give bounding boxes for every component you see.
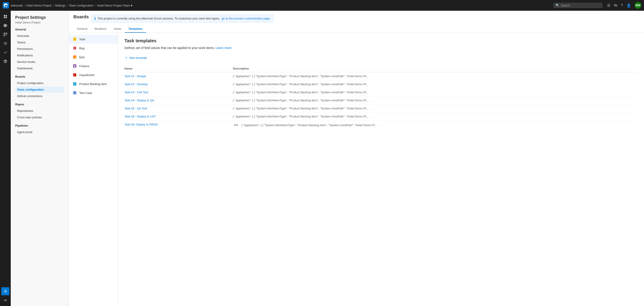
search-box[interactable]: 🔍 — [553, 3, 602, 8]
table-row: Task 04 - Deploy to QA{ "applywhen": [ {… — [124, 96, 638, 104]
wit-item-impediment[interactable]: 🚧 Impediment — [69, 70, 118, 80]
rail-collapse[interactable]: ≪ — [1, 296, 10, 304]
sidebar-section-boards: Boards — [15, 75, 69, 78]
rail-home[interactable] — [1, 12, 10, 20]
rail-repos[interactable] — [1, 30, 10, 38]
learn-more-link[interactable]: Learn more — [216, 46, 232, 50]
sidebar-project: Hotel Demo Project — [15, 21, 69, 24]
wit-label-impediment: Impediment — [79, 73, 94, 77]
wit-label-bug: Bug — [79, 46, 84, 50]
sidebar-item-team-configuration[interactable]: Team configuration — [15, 86, 64, 92]
breadcrumb: wilksmatt / Hotel Demo Project / Setting… — [11, 4, 132, 7]
sidebar-title: Project Settings — [15, 15, 69, 20]
template-desc-cell: { "applywhen": [ { "System.WorkItemType"… — [233, 72, 638, 80]
svg-rect-1 — [6, 15, 7, 16]
row-actions-button[interactable]: ••• — [233, 123, 240, 127]
feature-icon — [72, 64, 77, 68]
bug-icon — [72, 46, 77, 50]
breadcrumb-project[interactable]: Hotel Demo Project — [26, 4, 52, 7]
table-header-row: Name Description — [124, 65, 638, 72]
boards-title: Boards — [74, 14, 89, 20]
wit-item-pbi[interactable]: Product Backlog Item — [69, 80, 118, 88]
svg-point-10 — [4, 35, 5, 36]
wit-item-bug[interactable]: Bug — [69, 44, 118, 52]
breadcrumb-team-config[interactable]: Team configuration — [69, 4, 94, 7]
breadcrumb-wilksmatt[interactable]: wilksmatt — [11, 4, 22, 7]
template-name-cell[interactable]: Task 01 - Design — [124, 72, 233, 80]
sidebar-item-project-configuration[interactable]: Project configuration — [15, 80, 64, 86]
svg-rect-0 — [4, 15, 5, 16]
search-input[interactable] — [561, 4, 600, 7]
template-desc-cell: { "applywhen": [ { "System.WorkItemType"… — [233, 88, 638, 96]
template-name-cell[interactable]: Task 04 - Deploy to QA — [124, 96, 233, 104]
info-banner: ℹ This project is currently using the wi… — [92, 14, 274, 22]
help-icon[interactable]: ? — [621, 3, 623, 8]
rail-artifacts[interactable] — [1, 57, 10, 65]
sidebar-item-service-hooks[interactable]: Service hooks — [15, 59, 64, 65]
tab-general[interactable]: General — [74, 25, 91, 33]
svg-point-12 — [5, 290, 6, 292]
wit-item-testcase[interactable]: Test Case — [69, 88, 118, 97]
avatar[interactable]: MW — [634, 2, 641, 9]
tab-iterations[interactable]: Iterations — [91, 25, 110, 33]
col-header-name: Name — [124, 65, 233, 72]
template-name-cell[interactable]: Task 06 - Deploy to UAT — [124, 112, 233, 120]
list-icon[interactable]: ☰ — [607, 3, 610, 8]
rail-pipelines[interactable] — [1, 39, 10, 48]
info-banner-text: This project is currently using the wilk… — [98, 17, 220, 20]
svg-point-11 — [5, 43, 6, 44]
sidebar-item-overview[interactable]: Overview — [15, 33, 64, 39]
content-area: Boards ℹ This project is currently using… — [69, 11, 644, 306]
template-name-cell[interactable]: Task 08- Deploy to PROD — [124, 120, 233, 130]
wit-item-task[interactable]: Task — [69, 35, 118, 44]
project-settings-sidebar: Project Settings Hotel Demo Project Gene… — [11, 11, 69, 306]
new-template-button[interactable]: ＋ New template — [124, 54, 147, 62]
wit-label-pbi: Product Backlog Item — [79, 82, 107, 86]
template-desc-cell: { "applywhen": [ { "System.WorkItemType"… — [233, 104, 638, 112]
sidebar-item-cross-repo-policies[interactable]: Cross-repo policies — [15, 114, 64, 120]
sidebar-section-general: General — [15, 28, 69, 31]
boards-title-row: Boards ℹ This project is currently using… — [74, 14, 640, 22]
tab-templates[interactable]: Templates — [125, 25, 146, 33]
user-icon[interactable]: 👤 — [626, 3, 631, 8]
template-name-cell[interactable]: Task 02 - Develop — [124, 80, 233, 88]
svg-point-9 — [6, 33, 7, 34]
table-row: Task 06 - Deploy to UAT{ "applywhen": [ … — [124, 112, 638, 120]
wit-item-epic[interactable]: 👑 Epic — [69, 52, 118, 62]
svg-rect-3 — [6, 17, 7, 18]
testcase-icon — [72, 90, 77, 95]
shopping-bag-icon[interactable]: 🛍 — [614, 3, 617, 8]
table-row: Task 05 - QA Test{ "applywhen": [ { "Sys… — [124, 104, 638, 112]
wit-item-feature[interactable]: Feature — [69, 62, 118, 70]
info-banner-link[interactable]: go to the process customization page. — [222, 17, 271, 20]
breadcrumb-team-dropdown[interactable]: Hotel Demo Project Team ▾ — [97, 4, 133, 7]
rail-settings[interactable] — [1, 287, 10, 295]
rail-boards[interactable] — [1, 22, 10, 30]
nav-icons: ☰ 🛍 ? 👤 MW — [607, 2, 641, 9]
templates-title: Task templates — [124, 38, 638, 44]
work-item-type-list: Task Bug 👑 — [69, 33, 118, 306]
sidebar-item-agent-pools[interactable]: Agent pools — [15, 129, 64, 135]
rail-testplans[interactable] — [1, 48, 10, 56]
impediment-icon: 🚧 — [72, 73, 77, 77]
template-name-cell[interactable]: Task 05 - QA Test — [124, 104, 233, 112]
svg-text:👑: 👑 — [74, 56, 76, 58]
sidebar-item-permissions[interactable]: Permissions — [15, 46, 64, 52]
sidebar-item-repositories[interactable]: Repositories — [15, 108, 64, 114]
sidebar-item-github-connections[interactable]: GitHub connections — [15, 93, 64, 99]
info-icon: ℹ — [94, 16, 96, 20]
breadcrumb-settings[interactable]: Settings — [55, 4, 65, 7]
svg-rect-7 — [5, 24, 6, 27]
table-row: Task 02 - Develop{ "applywhen": [ { "Sys… — [124, 80, 638, 88]
sidebar-item-teams[interactable]: Teams — [15, 39, 64, 46]
wit-label-feature: Feature — [79, 64, 89, 68]
sidebar-item-dashboards[interactable]: Dashboards — [15, 65, 64, 71]
tab-areas[interactable]: Areas — [110, 25, 125, 33]
top-navigation: wilksmatt / Hotel Demo Project / Setting… — [0, 0, 644, 11]
table-row: Task 08- Deploy to PROD•••{ "applywhen":… — [124, 120, 638, 130]
template-name-cell[interactable]: Task 03 - Unit Test — [124, 88, 233, 96]
table-row: Task 03 - Unit Test{ "applywhen": [ { "S… — [124, 88, 638, 96]
azure-devops-logo[interactable] — [3, 2, 9, 8]
boards-header: Boards ℹ This project is currently using… — [69, 11, 644, 33]
sidebar-item-notifications[interactable]: Notifications — [15, 52, 64, 58]
